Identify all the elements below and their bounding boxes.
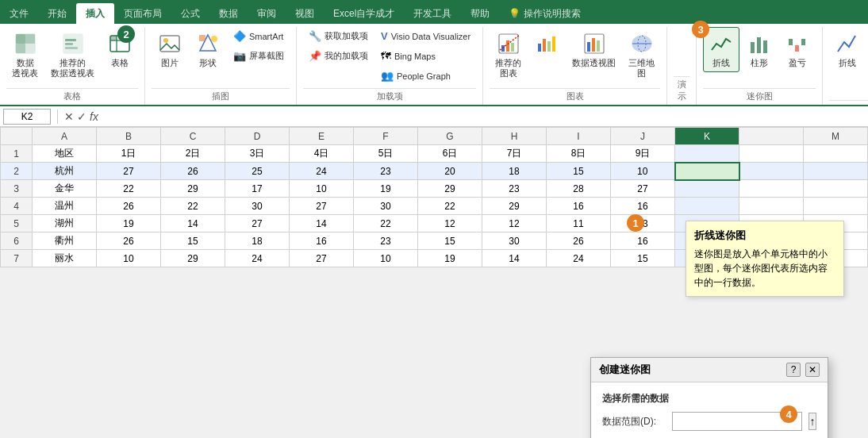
tab-formula[interactable]: 公式	[171, 3, 209, 24]
cell-h7[interactable]: 14	[482, 250, 547, 267]
confirm-formula-icon[interactable]: ✓	[77, 110, 86, 123]
cell-f5[interactable]: 22	[354, 215, 418, 232]
cell-c3[interactable]: 29	[161, 180, 225, 198]
cell-m2[interactable]	[804, 163, 868, 180]
cell-e7[interactable]: 27	[290, 250, 354, 267]
col-header-j[interactable]: J	[611, 128, 675, 145]
cell-i3[interactable]: 28	[547, 180, 611, 198]
btn-my-addins[interactable]: 📌 我的加载项	[303, 47, 374, 65]
tab-developer[interactable]: 开发工具	[404, 3, 461, 24]
tab-page-layout[interactable]: 页面布局	[114, 3, 171, 24]
cell-b2[interactable]: 27	[97, 163, 161, 180]
cell-j4[interactable]: 16	[611, 198, 675, 215]
cell-l2[interactable]	[739, 163, 804, 180]
tab-insert[interactable]: 插入	[76, 3, 114, 24]
cell-d7[interactable]: 24	[225, 250, 290, 267]
cell-k3[interactable]	[675, 180, 739, 198]
cell-i5[interactable]: 11	[547, 215, 611, 232]
cell-e2[interactable]: 24	[290, 163, 354, 180]
cell-l4[interactable]	[739, 198, 804, 215]
btn-visio[interactable]: V Visio Data Visualizer	[375, 27, 476, 45]
cell-c4[interactable]: 22	[161, 198, 225, 215]
cell-g7[interactable]: 19	[418, 250, 482, 267]
cell-b3[interactable]: 22	[97, 180, 161, 198]
cell-e5[interactable]: 14	[290, 215, 354, 232]
cell-h4[interactable]: 29	[482, 198, 547, 215]
cell-d6[interactable]: 18	[225, 232, 290, 250]
btn-column-sparkline[interactable]: 柱形	[741, 27, 778, 72]
col-header-i[interactable]: I	[547, 128, 611, 145]
cell-h2[interactable]: 18	[482, 163, 547, 180]
btn-pivot-chart[interactable]: 数据透视图	[567, 27, 621, 72]
cell-d3[interactable]: 17	[225, 180, 290, 198]
cell-f6[interactable]: 23	[354, 232, 418, 250]
col-header-a[interactable]: A	[33, 128, 97, 145]
cell-b1[interactable]: 1日	[97, 145, 161, 163]
col-header-h[interactable]: H	[482, 128, 547, 145]
cell-h1[interactable]: 7日	[482, 145, 547, 163]
btn-picture[interactable]: 图片	[152, 27, 188, 72]
cell-f4[interactable]: 30	[354, 198, 418, 215]
col-header-b[interactable]: B	[97, 128, 161, 145]
btn-winloss-sparkline[interactable]: 盈亏	[779, 27, 816, 72]
cell-g2[interactable]: 20	[418, 163, 482, 180]
cell-b5[interactable]: 19	[97, 215, 161, 232]
btn-people-graph[interactable]: 👥 People Graph	[375, 67, 476, 85]
tab-review[interactable]: 审阅	[248, 3, 286, 24]
cell-j2[interactable]: 10	[611, 163, 675, 180]
cell-h3[interactable]: 23	[482, 180, 547, 198]
cell-e1[interactable]: 4日	[290, 145, 354, 163]
cell-j6[interactable]: 16	[611, 232, 675, 250]
cell-g5[interactable]: 12	[418, 215, 482, 232]
dialog-close-btn[interactable]: ✕	[805, 363, 820, 377]
cell-h5[interactable]: 12	[482, 215, 547, 232]
cell-k1[interactable]	[675, 145, 739, 163]
cell-e4[interactable]: 27	[290, 198, 354, 215]
cell-reference[interactable]	[3, 109, 51, 125]
formula-input[interactable]	[102, 110, 865, 124]
btn-3d-map[interactable]: 三维地图	[623, 27, 660, 83]
tab-view[interactable]: 视图	[286, 3, 324, 24]
btn-shapes[interactable]: 形状	[190, 27, 226, 72]
tab-file[interactable]: 文件	[0, 3, 38, 24]
col-header-g[interactable]: G	[418, 128, 482, 145]
cell-c7[interactable]: 29	[161, 250, 225, 267]
btn-recommended-chart[interactable]: 推荐的图表	[490, 27, 527, 83]
create-sparkline-dialog[interactable]: 创建迷你图 ? ✕ 选择所需的数据 数据范围(D): 4 ↑ 选择放置迷你图的位…	[590, 357, 828, 438]
col-header-d[interactable]: D	[225, 128, 290, 145]
cell-a2[interactable]: 杭州	[33, 163, 97, 180]
col-header-l[interactable]	[739, 128, 804, 145]
cell-g6[interactable]: 15	[418, 232, 482, 250]
btn-smartart[interactable]: 🔷 SmartArt	[228, 27, 290, 45]
cell-j7[interactable]: 15	[611, 250, 675, 267]
btn-line-sparkline[interactable]: 折线	[703, 27, 739, 72]
cell-e3[interactable]: 10	[290, 180, 354, 198]
cell-b7[interactable]: 10	[97, 250, 161, 267]
cell-k2[interactable]	[675, 163, 739, 180]
cell-d1[interactable]: 3日	[225, 145, 290, 163]
tab-data[interactable]: 数据	[209, 3, 248, 24]
col-header-c[interactable]: C	[161, 128, 225, 145]
cell-i7[interactable]: 24	[547, 250, 611, 267]
btn-bing-maps[interactable]: 🗺 Bing Maps	[375, 47, 476, 65]
cell-f1[interactable]: 5日	[354, 145, 418, 163]
tab-search[interactable]: 💡 操作说明搜索	[499, 3, 590, 24]
btn-pivot-table[interactable]: 数据透视表	[6, 27, 44, 83]
cell-l3[interactable]	[739, 180, 804, 198]
cell-j1[interactable]: 9日	[611, 145, 675, 163]
cell-a3[interactable]: 金华	[33, 180, 97, 198]
tab-start[interactable]: 开始	[38, 3, 76, 24]
cell-k4[interactable]	[675, 198, 739, 215]
cell-f7[interactable]: 10	[354, 250, 418, 267]
cell-m1[interactable]	[804, 145, 868, 163]
cancel-formula-icon[interactable]: ✕	[64, 110, 74, 123]
col-header-f[interactable]: F	[354, 128, 418, 145]
insert-function-icon[interactable]: fx	[90, 110, 98, 123]
cell-c2[interactable]: 26	[161, 163, 225, 180]
tab-excel-learn[interactable]: Excel自学成才	[324, 3, 404, 24]
col-header-e[interactable]: E	[290, 128, 354, 145]
cell-i4[interactable]: 16	[547, 198, 611, 215]
dialog-help-btn[interactable]: ?	[786, 363, 801, 377]
cell-a4[interactable]: 温州	[33, 198, 97, 215]
data-range-expand-btn[interactable]: ↑	[808, 413, 816, 430]
